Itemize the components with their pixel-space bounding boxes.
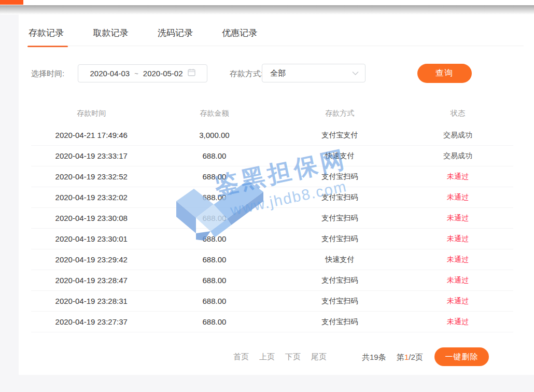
- status-cell: 交易成功: [402, 131, 513, 140]
- time-filter-label: 选择时间:: [31, 64, 64, 83]
- total-count-text: 共19条: [362, 347, 386, 367]
- table-row: 2020-04-19 23:27:37688.00支付宝扫码未通过: [31, 312, 513, 332]
- deposit-method-cell: 快速支付: [277, 151, 402, 161]
- status-cell: 未通过: [402, 234, 513, 244]
- records-card: 存款记录 取款记录 洗码记录 优惠记录 选择时间: 2020-04-03 ~ 2…: [19, 15, 534, 375]
- deposit-time-cell: 2020-04-19 23:28:31: [31, 297, 152, 305]
- page-prefix: 第: [397, 353, 404, 361]
- tab-rebate-records[interactable]: 洗码记录: [158, 27, 193, 46]
- deposit-time-cell: 2020-04-19 23:32:02: [31, 193, 152, 202]
- date-start-value: 2020-04-03: [90, 69, 130, 78]
- tab-deposit-records[interactable]: 存款记录: [29, 27, 64, 46]
- table-header: 存款时间 存款金额 存款方式 状态: [31, 102, 513, 125]
- col-header-time: 存款时间: [31, 109, 152, 118]
- pagination: 首页 上页 下页 尾页 共19条 第1/2页 一键删除: [19, 347, 534, 367]
- page-rest: /2页: [409, 353, 423, 361]
- status-cell: 未通过: [402, 172, 513, 181]
- col-header-method: 存款方式: [277, 109, 402, 118]
- page-first-link[interactable]: 首页: [233, 352, 249, 362]
- deposit-time-cell: 2020-04-19 23:29:42: [31, 255, 152, 264]
- deposit-method-cell: 支付宝扫码: [277, 193, 402, 202]
- deposit-amount-cell: 688.00: [152, 297, 277, 305]
- deposit-method-cell: 支付宝扫码: [277, 234, 402, 244]
- deposit-method-cell: 支付宝支付: [277, 131, 402, 140]
- status-cell: 未通过: [402, 193, 513, 202]
- deposit-time-cell: 2020-04-19 23:30:01: [31, 234, 152, 243]
- tab-promo-records[interactable]: 优惠记录: [222, 27, 257, 46]
- page-next-link[interactable]: 下页: [285, 352, 301, 362]
- col-header-amount: 存款金额: [152, 109, 277, 118]
- status-cell: 交易成功: [402, 151, 513, 161]
- records-tabbar: 存款记录 取款记录 洗码记录 优惠记录: [29, 27, 524, 46]
- deposit-amount-cell: 688.00: [152, 255, 277, 264]
- chevron-down-icon: [352, 68, 359, 78]
- deposit-amount-cell: 688.00: [152, 151, 277, 160]
- deposit-time-cell: 2020-04-21 17:49:46: [31, 131, 152, 139]
- table-row: 2020-04-19 23:30:01688.00支付宝扫码未通过: [31, 229, 513, 249]
- table-row: 2020-04-19 23:32:52688.00支付宝扫码未通过: [31, 166, 513, 187]
- page-last-link[interactable]: 尾页: [311, 352, 327, 362]
- deposit-time-cell: 2020-04-19 23:33:17: [31, 151, 152, 160]
- status-cell: 未通过: [402, 276, 513, 285]
- date-separator: ~: [134, 69, 138, 77]
- deposit-time-cell: 2020-04-19 23:27:37: [31, 317, 152, 326]
- bottom-band: [0, 375, 534, 392]
- deposit-amount-cell: 688.00: [152, 193, 277, 202]
- deposit-method-value: 全部: [270, 68, 352, 78]
- page-indicator: 第1/2页: [397, 347, 423, 367]
- deposit-method-cell: 支付宝扫码: [277, 214, 402, 223]
- table-row: 2020-04-19 23:33:17688.00快速支付交易成功: [31, 146, 513, 166]
- page-prev-link[interactable]: 上页: [259, 352, 275, 362]
- table-row: 2020-04-19 23:28:47688.00支付宝扫码未通过: [31, 270, 513, 291]
- deposit-amount-cell: 688.00: [152, 317, 277, 326]
- delete-all-button[interactable]: 一键删除: [434, 347, 489, 366]
- col-header-status: 状态: [402, 109, 513, 118]
- table-body: 2020-04-21 17:49:463,000.00支付宝支付交易成功2020…: [31, 125, 513, 332]
- deposit-time-cell: 2020-04-19 23:28:47: [31, 276, 152, 285]
- status-cell: 未通过: [402, 297, 513, 306]
- records-table: 存款时间 存款金额 存款方式 状态 2020-04-21 17:49:463,0…: [31, 102, 513, 332]
- page-loading-bar: [0, 0, 23, 5]
- table-row: 2020-04-19 23:30:08688.00支付宝扫码未通过: [31, 208, 513, 229]
- method-filter-label: 存款方式:: [230, 64, 263, 83]
- table-row: 2020-04-19 23:32:02688.00支付宝扫码未通过: [31, 187, 513, 208]
- deposit-amount-cell: 3,000.00: [152, 131, 277, 139]
- status-cell: 未通过: [402, 214, 513, 223]
- deposit-method-cell: 快速支付: [277, 255, 402, 264]
- deposit-method-cell: 支付宝扫码: [277, 317, 402, 327]
- status-cell: 未通过: [402, 317, 513, 327]
- date-end-value: 2020-05-02: [143, 69, 183, 78]
- table-row: 2020-04-21 17:49:463,000.00支付宝支付交易成功: [31, 125, 513, 146]
- table-row: 2020-04-19 23:29:42688.00快速支付未通过: [31, 249, 513, 270]
- deposit-amount-cell: 688.00: [152, 276, 277, 285]
- calendar-icon: [188, 68, 195, 78]
- deposit-amount-cell: 688.00: [152, 214, 277, 222]
- table-row: 2020-04-19 23:28:31688.00支付宝扫码未通过: [31, 291, 513, 312]
- deposit-method-cell: 支付宝扫码: [277, 276, 402, 285]
- deposit-amount-cell: 688.00: [152, 172, 277, 181]
- deposit-amount-cell: 688.00: [152, 234, 277, 243]
- pagination-links: 首页 上页 下页 尾页: [233, 347, 327, 367]
- date-range-input[interactable]: 2020-04-03 ~ 2020-05-02: [78, 64, 207, 82]
- deposit-time-cell: 2020-04-19 23:32:52: [31, 172, 152, 181]
- left-gutter: [0, 15, 19, 375]
- top-shadow: [0, 5, 534, 15]
- deposit-method-cell: 支付宝扫码: [277, 172, 402, 181]
- status-cell: 未通过: [402, 255, 513, 264]
- deposit-method-cell: 支付宝扫码: [277, 297, 402, 306]
- deposit-time-cell: 2020-04-19 23:30:08: [31, 214, 152, 222]
- filter-row: 选择时间: 2020-04-03 ~ 2020-05-02 存款方式: 全部: [19, 64, 534, 83]
- deposit-method-select[interactable]: 全部: [262, 64, 366, 82]
- tab-withdraw-records[interactable]: 取款记录: [93, 27, 128, 46]
- query-button[interactable]: 查询: [417, 64, 472, 83]
